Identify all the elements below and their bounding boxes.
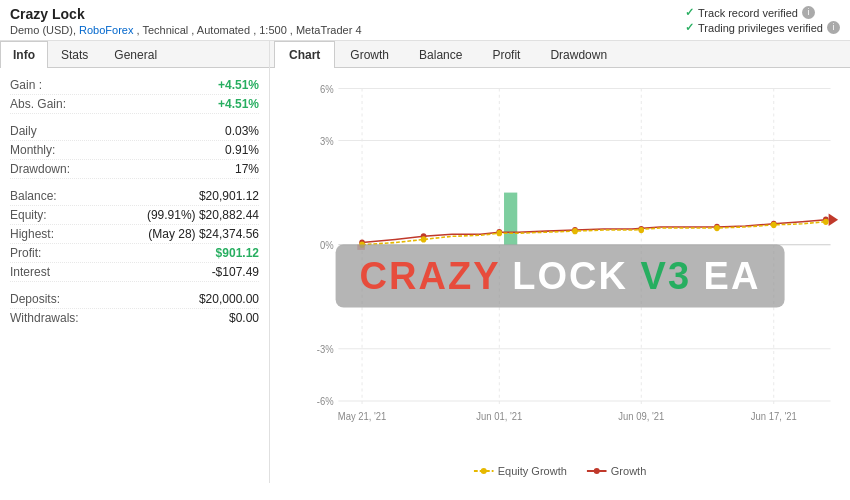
highest-value: (May 28) $24,374.56 <box>148 227 259 241</box>
abs-gain-row: Abs. Gain: +4.51% <box>10 95 259 114</box>
verification-badges: ✓ Track record verified i ✓ Trading priv… <box>685 6 840 36</box>
watermark-v3: V3 <box>641 254 691 296</box>
chart-tab-chart[interactable]: Chart <box>274 41 335 68</box>
header: Crazy Lock Demo (USD), RoboForex , Techn… <box>0 0 850 41</box>
drawdown-value: 17% <box>235 162 259 176</box>
chart-area: CRAZY LOCK V3 EA 6% 3% 0% -3% <box>270 68 850 483</box>
highest-row: Highest: (May 28) $24,374.56 <box>10 225 259 244</box>
svg-text:-3%: -3% <box>317 344 334 356</box>
legend-equity-growth: Equity Growth <box>474 465 567 477</box>
equity-growth-line-icon <box>474 466 494 476</box>
equity-label: Equity: <box>10 208 47 222</box>
svg-point-40 <box>594 468 600 474</box>
chart-tab-balance[interactable]: Balance <box>404 41 477 68</box>
tab-general[interactable]: General <box>101 41 170 68</box>
check-icon-1: ✓ <box>685 6 694 19</box>
svg-text:6%: 6% <box>320 83 334 95</box>
withdrawals-row: Withdrawals: $0.00 <box>10 309 259 327</box>
profit-value: $901.12 <box>216 246 259 260</box>
growth-line-icon <box>587 466 607 476</box>
watermark: CRAZY LOCK V3 EA <box>336 244 785 307</box>
main-content: Info Stats General Gain : +4.51% Abs. Ga… <box>0 41 850 483</box>
monthly-label: Monthly: <box>10 143 55 157</box>
info-panel: Gain : +4.51% Abs. Gain: +4.51% Daily 0.… <box>0 68 269 483</box>
separator-2 <box>10 179 259 187</box>
svg-point-38 <box>481 468 487 474</box>
svg-text:Jun 09, '21: Jun 09, '21 <box>618 410 664 422</box>
watermark-lock: LOCK <box>500 254 641 296</box>
trading-privileges-verified: ✓ Trading privileges verified i <box>685 21 840 34</box>
daily-label: Daily <box>10 124 37 138</box>
balance-row: Balance: $20,901.12 <box>10 187 259 206</box>
broker-link[interactable]: RoboForex <box>79 24 133 36</box>
tab-stats[interactable]: Stats <box>48 41 101 68</box>
drawdown-row: Drawdown: 17% <box>10 160 259 179</box>
legend-growth: Growth <box>587 465 646 477</box>
svg-text:May 21, '21: May 21, '21 <box>338 410 387 422</box>
left-panel: Info Stats General Gain : +4.51% Abs. Ga… <box>0 41 270 483</box>
deposits-row: Deposits: $20,000.00 <box>10 290 259 309</box>
balance-value: $20,901.12 <box>199 189 259 203</box>
daily-value: 0.03% <box>225 124 259 138</box>
svg-text:3%: 3% <box>320 135 334 147</box>
separator-3 <box>10 282 259 290</box>
daily-row: Daily 0.03% <box>10 122 259 141</box>
svg-point-30 <box>421 236 427 242</box>
trading-privileges-info-icon[interactable]: i <box>827 21 840 34</box>
profit-row: Profit: $901.12 <box>10 244 259 263</box>
chart-tabs: Chart Growth Balance Profit Drawdown <box>270 41 850 68</box>
gain-row: Gain : +4.51% <box>10 76 259 95</box>
abs-gain-value: +4.51% <box>218 97 259 111</box>
gain-label: Gain : <box>10 78 42 92</box>
monthly-row: Monthly: 0.91% <box>10 141 259 160</box>
svg-point-36 <box>823 219 829 225</box>
trading-privileges-label: Trading privileges verified <box>698 22 823 34</box>
track-record-verified: ✓ Track record verified i <box>685 6 840 19</box>
tab-info[interactable]: Info <box>0 41 48 68</box>
track-record-info-icon[interactable]: i <box>802 6 815 19</box>
highest-label: Highest: <box>10 227 54 241</box>
withdrawals-label: Withdrawals: <box>10 311 79 325</box>
withdrawals-value: $0.00 <box>229 311 259 325</box>
interest-row: Interest -$107.49 <box>10 263 259 282</box>
abs-gain-label: Abs. Gain: <box>10 97 66 111</box>
account-subtitle: Demo (USD), RoboForex , Technical , Auto… <box>10 24 362 36</box>
svg-text:Jun 17, '21: Jun 17, '21 <box>751 410 797 422</box>
profit-label: Profit: <box>10 246 41 260</box>
header-left: Crazy Lock Demo (USD), RoboForex , Techn… <box>10 6 362 36</box>
svg-text:0%: 0% <box>320 239 334 251</box>
svg-text:Jun 01, '21: Jun 01, '21 <box>476 410 522 422</box>
svg-point-32 <box>572 228 578 234</box>
svg-point-34 <box>714 225 720 231</box>
chart-tab-drawdown[interactable]: Drawdown <box>535 41 622 68</box>
equity-value: (99.91%) $20,882.44 <box>147 208 259 222</box>
svg-point-33 <box>638 227 644 233</box>
svg-text:-6%: -6% <box>317 396 334 408</box>
svg-rect-18 <box>504 193 517 245</box>
equity-row: Equity: (99.91%) $20,882.44 <box>10 206 259 225</box>
deposits-value: $20,000.00 <box>199 292 259 306</box>
track-record-label: Track record verified <box>698 7 798 19</box>
watermark-crazy: CRAZY <box>360 254 500 296</box>
chart-tab-growth[interactable]: Growth <box>335 41 404 68</box>
left-tabs: Info Stats General <box>0 41 269 68</box>
gain-value: +4.51% <box>218 78 259 92</box>
account-title: Crazy Lock <box>10 6 362 22</box>
interest-value: -$107.49 <box>212 265 259 279</box>
drawdown-label: Drawdown: <box>10 162 70 176</box>
chart-legend: Equity Growth Growth <box>474 465 647 477</box>
right-panel: Chart Growth Balance Profit Drawdown CRA… <box>270 41 850 483</box>
check-icon-2: ✓ <box>685 21 694 34</box>
interest-label: Interest <box>10 265 50 279</box>
balance-label: Balance: <box>10 189 57 203</box>
svg-marker-28 <box>829 213 838 226</box>
monthly-value: 0.91% <box>225 143 259 157</box>
chart-tab-profit[interactable]: Profit <box>477 41 535 68</box>
deposits-label: Deposits: <box>10 292 60 306</box>
equity-growth-label: Equity Growth <box>498 465 567 477</box>
separator-1 <box>10 114 259 122</box>
growth-label: Growth <box>611 465 646 477</box>
svg-point-31 <box>496 230 502 236</box>
svg-point-35 <box>771 222 777 228</box>
watermark-ea: EA <box>691 254 760 296</box>
